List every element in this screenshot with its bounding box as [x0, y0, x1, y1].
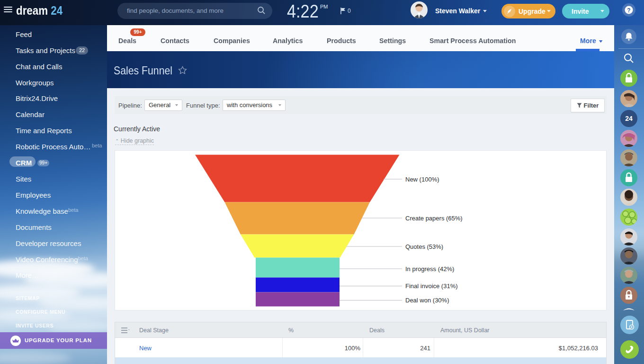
svg-text:Final invoice (31%): Final invoice (31%): [405, 282, 458, 290]
svg-text:Create papers (65%): Create papers (65%): [405, 215, 463, 222]
svg-text:?: ?: [627, 7, 630, 14]
svg-text:New (100%): New (100%): [405, 176, 439, 183]
svg-text:Deal won (30%): Deal won (30%): [405, 297, 449, 304]
svg-text:Quotes (53%): Quotes (53%): [405, 243, 443, 250]
svg-text:In progress (42%): In progress (42%): [405, 265, 454, 273]
